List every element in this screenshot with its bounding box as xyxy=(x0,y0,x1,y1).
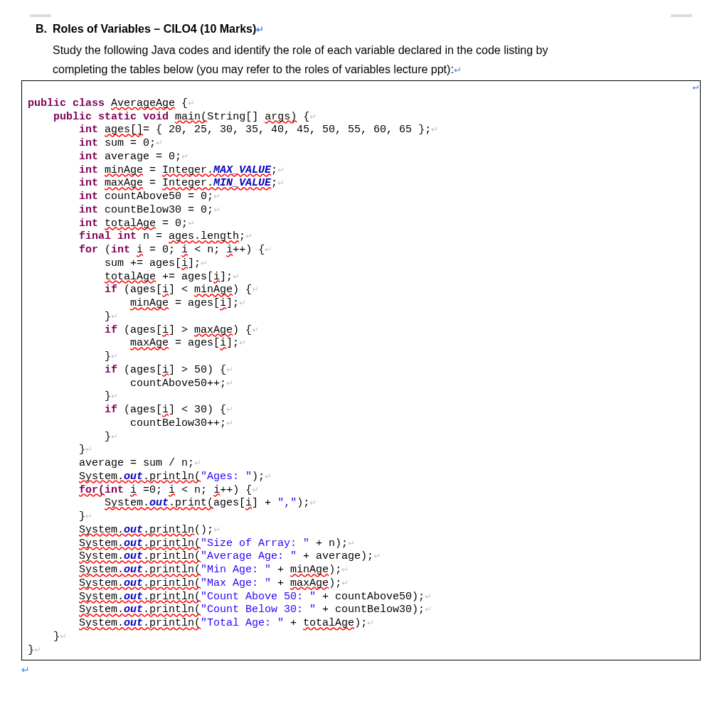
section-heading: B.Roles of Variables – CILO4 (10 Marks)↵ xyxy=(36,21,701,37)
intro-line-2: completing the tables below (you may ref… xyxy=(53,62,701,77)
section-title: Roles of Variables – CILO4 (10 Marks) xyxy=(53,23,256,35)
trailing-newline-icon: ↵ xyxy=(21,663,701,678)
corner-newline-icon: ↵ xyxy=(693,81,699,94)
section-letter: B. xyxy=(36,23,47,35)
intro-line-1: Study the following Java codes and ident… xyxy=(53,43,701,58)
code-listing: ↵public class AverageAge {↵ public stati… xyxy=(21,80,701,660)
page-top-markers xyxy=(30,14,692,17)
